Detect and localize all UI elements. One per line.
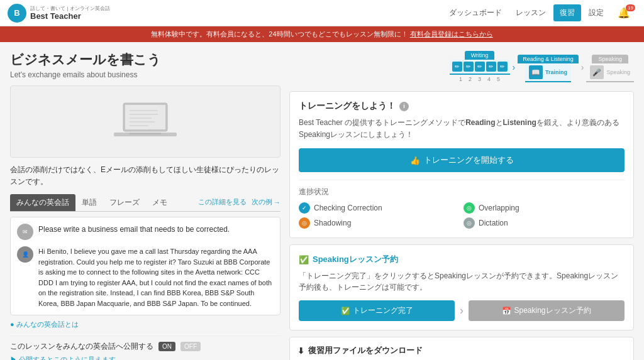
arrow-between: › (460, 304, 464, 317)
tab-bar: みんなの英会話 単語 フレーズ メモ この詳細を見る 次の例 → (10, 194, 280, 212)
step-icon-5: ✏ (497, 62, 508, 72)
logo-main-text: Best Teacher (30, 12, 110, 21)
reading-stage: Reading & Listening 📖 Training (518, 55, 579, 82)
training-description: Best Teacher の提供するトレーニングメソッドでReadingとLis… (299, 117, 625, 141)
avatar-bot: ✉ (17, 224, 33, 240)
nav-bar: ダッシュボード レッスン 復習 設定 🔔 19 (443, 4, 636, 22)
checking-dot: ✓ (299, 202, 310, 214)
calendar-icon: 📅 (502, 307, 511, 315)
nav-dashboard[interactable]: ダッシュボード (443, 4, 508, 21)
step-icon-2: ✏ (464, 62, 474, 72)
download-title: ⬇ 復習用ファイルをダウンロード (297, 345, 626, 356)
arrow-connector-2: › (580, 62, 586, 72)
email-illustration (10, 85, 280, 158)
page-title: ビジネスメールを書こう (10, 51, 280, 68)
logo: B 話して・書いて | オンライン英会話 Best Teacher (8, 4, 110, 23)
speaking-stage: Speaking 🎤 Speaking (586, 55, 634, 82)
step-num-5: 5 (497, 76, 500, 82)
dictation-dot: ◎ (464, 217, 475, 229)
laptop-illustration-icon (108, 97, 183, 147)
reading-icon: 📖 (529, 65, 543, 79)
toggle-on[interactable]: ON (158, 342, 175, 351)
chat-area: ✉ Please write a business email that nee… (10, 217, 280, 315)
nav-settings[interactable]: 設定 (582, 4, 610, 21)
progress-bar-area: Writing ✏ ✏ ✏ ✏ ✏ 1 2 3 4 5 › (289, 51, 634, 82)
arrow-connector-1: › (511, 62, 517, 72)
logo-icon: B (8, 4, 26, 23)
next-link[interactable]: 次の例 → (252, 197, 280, 207)
publish-preview-link[interactable]: ▶ 公開するとこのように見えます (10, 356, 116, 360)
banner-link[interactable]: 有料会員登録はこちらから (410, 30, 493, 38)
shadowing-dot: ◎ (299, 217, 310, 229)
minna-link[interactable]: ● みんなの英会話とは (10, 320, 79, 328)
nav-lesson[interactable]: レッスン (509, 4, 552, 21)
writing-stage: Writing ✏ ✏ ✏ ✏ ✏ 1 2 3 4 5 (450, 51, 510, 82)
speaking-stage-label: Speaking (592, 55, 628, 63)
overlapping-dot: ◎ (464, 202, 475, 214)
training-btn-label: トレーニングを開始する (424, 155, 514, 166)
avatar-user: 👤 (17, 246, 33, 263)
speaking-check-icon: ✅ (299, 255, 309, 265)
tab-minna[interactable]: みんなの英会話 (10, 194, 75, 211)
speaking-icon: 🎤 (590, 65, 604, 79)
speaking-btn-label: Speakingレッスン予約 (514, 305, 591, 316)
speaking-card-title: ✅ Speakingレッスン予約 (299, 254, 625, 265)
complete-training-button[interactable]: ✅ トレーニング完了 (299, 300, 455, 321)
complete-icon: ✅ (341, 307, 350, 315)
step-num-3: 3 (478, 76, 481, 82)
toggle-off[interactable]: OFF (180, 342, 201, 351)
announcement-banner: 無料体験中です。有料会員になると、24時間いつでもどこでもレッスン無制限に！ 有… (0, 26, 644, 42)
training-title: トレーニングをしよう！ i (299, 101, 625, 112)
minna-link-row: ● みんなの英会話とは (10, 319, 280, 329)
status-item-checking: ✓ Checking Correction (299, 202, 460, 214)
writing-label: Writing (465, 51, 495, 60)
speaking-card: ✅ Speakingレッスン予約 「トレーニング完了」をクリックするとSpeak… (289, 244, 634, 330)
chat-message-2: 👤 Hi Benito, I believe you gave me a cal… (17, 246, 274, 308)
progress-status-section: 進捗状況 ✓ Checking Correction ◎ Overlapping… (299, 180, 625, 229)
start-training-button[interactable]: 👍 トレーニングを開始する (299, 148, 625, 172)
progress-status-title: 進捗状況 (299, 187, 625, 197)
lesson-description: 会話の添削だけではなく、Eメールの添削もしてほしい生徒様にぴったりのレッスンです… (10, 164, 280, 188)
publish-section: このレッスンをみんなの英会話へ公開する ON OFF (10, 335, 280, 352)
header: B 話して・書いて | オンライン英会話 Best Teacher ダッシュボー… (0, 0, 644, 26)
status-item-overlapping: ◎ Overlapping (464, 202, 625, 214)
status-item-dictation: ◎ Dictation (464, 217, 625, 229)
svg-rect-3 (130, 133, 161, 134)
complete-label: トレーニング完了 (353, 305, 413, 316)
detail-link[interactable]: この詳細を見る (198, 197, 247, 207)
speaking-sub-label: Speaking (606, 69, 630, 75)
step-icon-4: ✏ (486, 62, 496, 72)
download-icon: ⬇ (297, 346, 304, 356)
step-icon-3: ✏ (475, 62, 485, 72)
page-subtitle: Let's exchange emails about business (10, 70, 280, 79)
tab-memo[interactable]: メモ (146, 194, 174, 211)
nav-bell[interactable]: 🔔 19 (611, 4, 636, 22)
message-text-2: Hi Benito, I believe you gave me a call … (38, 246, 274, 308)
speaking-card-description: 「トレーニング完了」をクリックするとSpeakingレッスンが予約できます。Sp… (299, 270, 625, 293)
chat-message-1: ✉ Please write a business email that nee… (17, 224, 274, 240)
download-card: ⬇ 復習用ファイルをダウンロード 📄 添削をPDFでダウンロード 🎵 音声をMP… (289, 337, 634, 360)
notification-badge: 19 (626, 4, 635, 11)
training-card: トレーニングをしよう！ i Best Teacher の提供するトレーニングメソ… (289, 91, 634, 238)
publish-label: このレッスンをみんなの英会話へ公開する (10, 341, 153, 352)
nav-review[interactable]: 復習 (553, 4, 581, 21)
step-num-1: 1 (459, 76, 462, 82)
status-item-shadowing: ◎ Shadowing (299, 217, 460, 229)
message-text-1: Please write a business email that needs… (38, 224, 230, 235)
tab-phrase[interactable]: フレーズ (103, 194, 146, 211)
training-label-indicator: Training (545, 69, 567, 75)
step-num-2: 2 (469, 76, 472, 82)
tab-word[interactable]: 単語 (75, 194, 103, 211)
step-num-4: 4 (487, 76, 491, 82)
info-icon: i (399, 102, 409, 111)
banner-text: 無料体験中です。有料会員になると、24時間いつでもどこでもレッスン無制限に！ (151, 30, 408, 38)
training-start-icon: 👍 (410, 156, 420, 165)
speaking-reservation-button: 📅 Speakingレッスン予約 (469, 300, 625, 321)
step-icon-1: ✏ (452, 62, 462, 72)
reading-label: Reading & Listening (518, 55, 579, 63)
